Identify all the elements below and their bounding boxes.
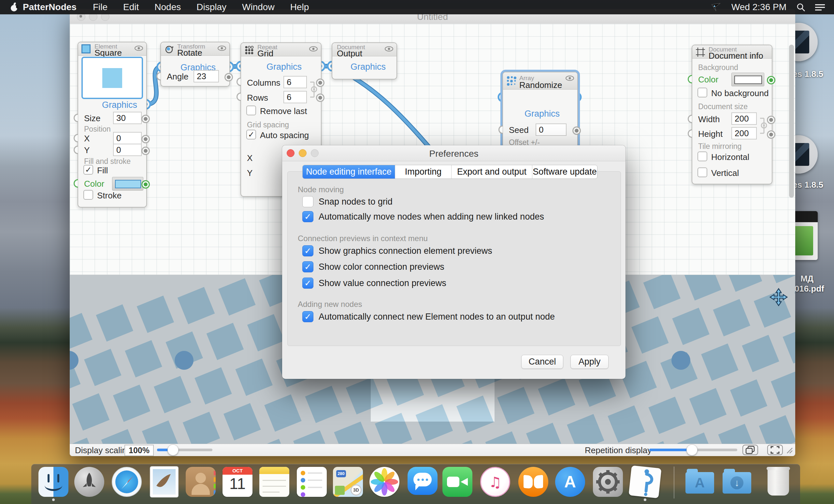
slider-knob[interactable]	[686, 444, 698, 456]
menu-file[interactable]: File	[85, 2, 115, 13]
show-value-previews-checkbox[interactable]: ✓	[302, 278, 313, 289]
display-scaling-slider[interactable]	[157, 448, 213, 451]
fullscreen-preview-button[interactable]	[767, 445, 783, 455]
graphics-label[interactable]: Graphics	[266, 62, 302, 72]
rows-output-port[interactable]	[316, 93, 325, 102]
angle-output-port[interactable]	[224, 73, 233, 82]
dock-itunes[interactable]: ♫	[480, 467, 510, 497]
slider-knob[interactable]	[168, 444, 178, 456]
y-output-port[interactable]	[141, 147, 150, 155]
node-header[interactable]: Array Randomize	[503, 72, 577, 90]
dock-facetime[interactable]	[442, 467, 473, 497]
angle-input-port[interactable]	[156, 72, 161, 81]
angle-field[interactable]: 23	[194, 70, 219, 83]
show-color-previews-checkbox[interactable]: ✓	[302, 261, 313, 272]
menu-clock[interactable]: Wed 2:36 PM	[731, 2, 786, 13]
apply-button[interactable]: Apply	[570, 355, 609, 369]
dialog-titlebar[interactable]: Preferences	[282, 145, 626, 161]
size-output-port[interactable]	[141, 115, 150, 123]
resize-grip[interactable]	[786, 447, 793, 454]
menu-help[interactable]: Help	[282, 2, 317, 13]
node-element-square[interactable]: Element Square Graphics Size 30 Position…	[78, 42, 147, 207]
vertical-scrollbar-thumb[interactable]	[789, 45, 794, 198]
color-output-port[interactable]	[767, 76, 775, 84]
notification-center-icon[interactable]	[815, 3, 825, 11]
dock-finder[interactable]	[39, 467, 68, 497]
color-well[interactable]	[112, 177, 144, 191]
x-input-port[interactable]	[74, 134, 78, 143]
vertical-checkbox[interactable]	[698, 168, 707, 177]
move-pattern-icon[interactable]	[769, 288, 788, 308]
spotlight-search-icon[interactable]	[796, 3, 805, 12]
apple-menu[interactable]	[0, 2, 18, 12]
dock-app-store[interactable]: A	[555, 467, 585, 497]
dock-maps[interactable]: 280 3D	[333, 467, 363, 497]
menu-edit[interactable]: Edit	[115, 2, 147, 13]
dock-messages[interactable]	[408, 467, 438, 497]
node-header[interactable]: Transform Rotate	[161, 42, 229, 56]
seed-input-port[interactable]	[499, 126, 503, 134]
height-input-port[interactable]	[688, 129, 692, 138]
width-input-port[interactable]	[688, 115, 692, 123]
stroke-checkbox[interactable]	[83, 190, 93, 200]
auto-move-nodes-checkbox[interactable]: ✓	[302, 211, 313, 222]
rows-field[interactable]: 6	[283, 91, 307, 103]
dock-patternodes[interactable]	[630, 467, 660, 497]
size-field[interactable]: 30	[113, 112, 142, 124]
tile-overlap-view-button[interactable]	[743, 445, 758, 455]
dock-safari[interactable]	[112, 467, 142, 497]
color-input-port[interactable]	[74, 179, 78, 188]
graphics-output-label[interactable]: Graphics	[102, 100, 137, 110]
dock-photos[interactable]	[369, 467, 399, 497]
height-field[interactable]: 200	[731, 127, 757, 139]
eye-icon[interactable]	[135, 46, 143, 52]
dock-applications-folder[interactable]: A	[685, 467, 716, 497]
dock-system-preferences[interactable]	[593, 467, 623, 497]
menu-display[interactable]: Display	[189, 2, 234, 13]
eye-icon[interactable]	[385, 46, 393, 53]
dock-trash[interactable]	[764, 467, 794, 497]
node-transform-rotate[interactable]: Transform Rotate Graphics Angle 23	[160, 42, 230, 87]
tab-software-update[interactable]: Software update	[532, 165, 597, 178]
menu-nodes[interactable]: Nodes	[147, 2, 189, 13]
snap-nodes-checkbox[interactable]	[302, 196, 313, 207]
node-document-output[interactable]: Document Output Graphics	[332, 42, 397, 80]
columns-field[interactable]: 6	[283, 76, 307, 88]
eye-icon[interactable]	[309, 46, 317, 53]
dock-contacts[interactable]	[186, 467, 216, 497]
columns-input-port[interactable]	[237, 78, 241, 86]
repetition-display-slider[interactable]	[649, 448, 737, 451]
dock-downloads-folder[interactable]: ↓	[723, 467, 752, 497]
menu-window[interactable]: Window	[234, 2, 282, 13]
y-input-port[interactable]	[74, 146, 78, 154]
tab-importing[interactable]: Importing	[395, 165, 452, 178]
no-background-checkbox[interactable]	[698, 88, 707, 97]
color-input-port[interactable]	[688, 75, 692, 83]
node-header[interactable]: Document Output	[332, 43, 396, 57]
width-field[interactable]: 200	[731, 112, 757, 125]
background-color-well[interactable]	[731, 73, 764, 86]
rows-input-port[interactable]	[237, 92, 241, 101]
y-field[interactable]: 0	[113, 144, 142, 156]
height-output-port[interactable]	[767, 130, 775, 139]
pattern-anchor-dot[interactable]	[175, 351, 194, 370]
eye-icon[interactable]	[566, 75, 574, 83]
dock-ibooks[interactable]	[518, 467, 548, 497]
show-graphics-previews-checkbox[interactable]: ✓	[302, 245, 313, 256]
tab-node-editing-interface[interactable]: Node editing interface	[303, 165, 395, 178]
dock-mail[interactable]	[149, 467, 179, 497]
dock-calendar[interactable]: OCT 11	[222, 467, 253, 497]
horizontal-checkbox[interactable]	[698, 152, 707, 161]
columns-output-port[interactable]	[316, 79, 325, 87]
node-header[interactable]: Repeat Grid	[241, 43, 321, 57]
node-header[interactable]: Element Square	[78, 42, 146, 56]
dock-launchpad[interactable]	[74, 467, 104, 497]
remove-last-checkbox[interactable]	[246, 106, 256, 115]
color-output-port[interactable]	[141, 180, 150, 189]
element-preview[interactable]	[82, 57, 143, 99]
auto-spacing-checkbox[interactable]: ✓	[246, 130, 256, 139]
eye-icon[interactable]	[218, 46, 226, 52]
display-scaling-value[interactable]: 100%	[125, 445, 154, 456]
seed-field[interactable]: 0	[535, 124, 567, 136]
x-output-port[interactable]	[141, 135, 150, 144]
